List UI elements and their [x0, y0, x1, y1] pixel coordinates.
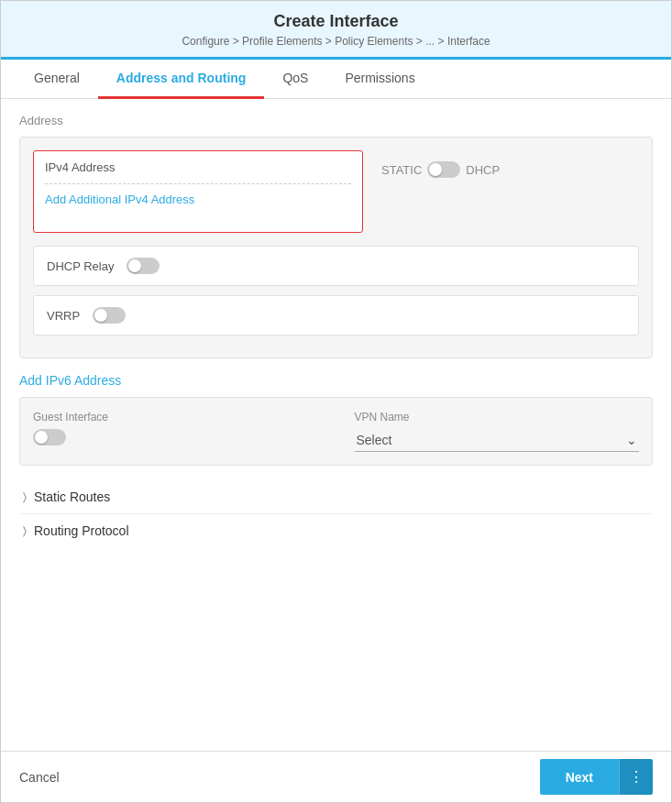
next-button[interactable]: Next [540, 759, 619, 795]
toggle-thumb [429, 163, 442, 176]
guest-vpn-section: Guest Interface VPN Name Select ⌄ [19, 397, 653, 466]
routing-protocol-label: Routing Protocol [34, 523, 129, 538]
guest-col: Guest Interface [33, 411, 318, 448]
vrrp-row: VRRP [33, 295, 639, 336]
dhcp-relay-row-wrapper: DHCP Relay [33, 246, 639, 286]
ipv4-row: IPv4 Address Add Additional IPv4 Address… [33, 150, 639, 233]
tab-address-routing[interactable]: Address and Routing [98, 60, 265, 99]
main-content: Address IPv4 Address Add Additional IPv4… [1, 99, 671, 751]
vrrp-toggle-track [93, 307, 126, 324]
tab-bar: General Address and Routing QoS Permissi… [1, 60, 671, 99]
routing-protocol-chevron-icon: 〉 [23, 524, 27, 537]
breadcrumb: Configure > Profile Elements > Policy El… [16, 35, 656, 48]
vpn-name-label: VPN Name [355, 411, 640, 424]
address-section: IPv4 Address Add Additional IPv4 Address… [19, 137, 653, 358]
vrrp-label: VRRP [47, 309, 80, 323]
guest-interface-label: Guest Interface [33, 411, 318, 424]
toggle-track [427, 161, 460, 178]
ipv4-divider [45, 183, 351, 184]
chevron-down-icon: ⌄ [626, 433, 637, 447]
static-routes-label: Static Routes [34, 490, 110, 504]
dhcp-relay-toggle-thumb [128, 259, 141, 272]
page-title: Create Interface [16, 12, 656, 31]
vrrp-toggle[interactable] [93, 307, 126, 324]
static-label: STATIC [381, 163, 422, 177]
add-ipv6-link[interactable]: Add IPv6 Address [19, 373, 653, 388]
dhcp-relay-row: DHCP Relay [33, 246, 639, 286]
ipv4-label: IPv4 Address [45, 160, 351, 174]
vpn-name-select[interactable]: Select ⌄ [355, 429, 640, 452]
dhcp-relay-label: DHCP Relay [47, 259, 114, 273]
routing-protocol-row[interactable]: 〉 Routing Protocol [19, 514, 653, 547]
dhcp-relay-toggle[interactable] [127, 258, 160, 274]
routes-section: 〉 Static Routes 〉 Routing Protocol [19, 480, 653, 547]
vrrp-toggle-thumb [94, 309, 107, 322]
cancel-button[interactable]: Cancel [19, 770, 60, 785]
tab-general[interactable]: General [16, 60, 98, 99]
guest-toggle-track [33, 429, 66, 446]
vpn-select-value: Select [357, 433, 392, 447]
guest-interface-toggle[interactable] [33, 429, 66, 446]
static-routes-row[interactable]: 〉 Static Routes [19, 480, 653, 514]
tab-qos[interactable]: QoS [264, 60, 326, 99]
page-header: Create Interface Configure > Profile Ele… [1, 1, 671, 60]
vpn-col: VPN Name Select ⌄ [355, 411, 640, 452]
more-options-button[interactable]: ⋮ [619, 759, 653, 795]
static-dhcp-toggle-group: STATIC DHCP [381, 158, 500, 178]
ipv4-box: IPv4 Address Add Additional IPv4 Address [33, 150, 363, 233]
dhcp-label: DHCP [466, 163, 500, 177]
next-more-group: Next ⋮ [540, 759, 653, 795]
add-ipv4-link[interactable]: Add Additional IPv4 Address [45, 192, 194, 206]
tab-permissions[interactable]: Permissions [326, 60, 433, 99]
guest-vpn-row: Guest Interface VPN Name Select ⌄ [33, 411, 639, 452]
dhcp-relay-toggle-track [127, 258, 160, 274]
static-dhcp-toggle[interactable] [427, 161, 460, 178]
footer: Cancel Next ⋮ [1, 751, 671, 802]
address-section-label: Address [19, 114, 653, 127]
guest-toggle-thumb [35, 431, 48, 444]
static-routes-chevron-icon: 〉 [23, 490, 27, 503]
